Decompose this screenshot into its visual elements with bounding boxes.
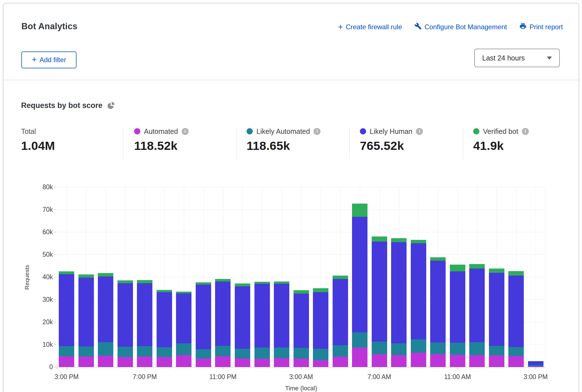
bar-8-00-pm[interactable] (157, 290, 172, 367)
bar-3-00-pm[interactable] (59, 271, 74, 367)
segment-likely-human (411, 243, 426, 339)
bar-12-00-am[interactable] (235, 283, 250, 367)
bar-9-00-pm[interactable] (176, 292, 191, 367)
time-range-select[interactable]: Last 24 hours (474, 49, 560, 67)
bar-10-00-pm[interactable] (196, 282, 211, 367)
segment-likely-automated (59, 346, 74, 357)
stat-label: Likely Automated (256, 127, 310, 136)
segment-automated (235, 359, 250, 367)
bar-1-00-am[interactable] (254, 282, 270, 367)
bar-4-00-am[interactable] (313, 288, 328, 367)
x-axis-tick (145, 367, 145, 370)
segment-automated (508, 356, 524, 367)
bar-6-00-pm[interactable] (118, 280, 133, 367)
segment-likely-automated (333, 345, 348, 357)
segment-likely-human (450, 271, 465, 343)
bar-2-00-am[interactable] (274, 281, 289, 367)
bar-8-00-am[interactable] (391, 238, 407, 367)
segment-likely-human (430, 261, 446, 343)
segment-likely-human (59, 274, 74, 346)
info-icon[interactable]: i (313, 128, 321, 135)
segment-automated (450, 355, 465, 367)
segment-likely-automated (137, 346, 152, 357)
bar-7-00-am[interactable] (372, 236, 387, 367)
page-title: Bot Analytics (21, 21, 78, 31)
bar-7-00-pm[interactable] (137, 280, 152, 367)
plus-icon: + (338, 24, 343, 30)
y-axis-tick (54, 322, 56, 322)
y-axis-title: Requests (24, 265, 30, 290)
y-axis-tick (54, 187, 56, 187)
bar-3-00-pm[interactable] (528, 361, 543, 367)
segment-automated (430, 354, 446, 367)
print-report-label: Print report (529, 23, 563, 31)
bar-5-00-pm[interactable] (98, 273, 113, 367)
bar-1-00-pm[interactable] (489, 269, 504, 367)
bar-12-00-pm[interactable] (469, 264, 485, 367)
segment-verified-bot (313, 288, 328, 292)
x-axis-tick-label: 11:00 PM (200, 373, 245, 381)
configure-bot-management-link[interactable]: Configure Bot Management (414, 22, 507, 31)
segment-likely-automated (450, 343, 465, 355)
stat-label: Total (21, 127, 36, 136)
segment-likely-human (469, 269, 485, 342)
segment-likely-automated (157, 347, 172, 357)
segment-verified-bot (137, 280, 152, 283)
y-axis-tick-label: 30k (30, 296, 53, 303)
segment-automated (489, 355, 504, 367)
segment-verified-bot (196, 282, 211, 285)
stat-automated: Automatedi118.52k (134, 127, 189, 153)
stat-likely-automated: Likely Automatedi118.65k (247, 127, 321, 153)
wrench-icon (414, 22, 422, 31)
bar-4-00-pm[interactable] (78, 274, 94, 367)
segment-verified-bot (274, 281, 289, 284)
x-axis-title: Time (local) (285, 385, 317, 392)
info-icon[interactable]: i (416, 128, 423, 135)
bar-6-00-am[interactable] (352, 204, 367, 367)
y-axis-tick (54, 277, 56, 277)
info-icon[interactable]: i (182, 128, 189, 135)
bar-3-00-am[interactable] (294, 290, 309, 367)
segment-likely-human (157, 292, 172, 347)
bar-11-00-pm[interactable] (215, 279, 231, 367)
segment-automated (372, 354, 387, 367)
add-filter-button[interactable]: + Add filter (21, 51, 76, 68)
x-axis-tick (379, 367, 380, 370)
segment-verified-bot (469, 264, 485, 269)
x-axis-tick-label: 7:00 PM (122, 373, 167, 381)
segment-likely-human (78, 278, 94, 346)
stat-label-row: Automatedi (134, 127, 189, 136)
segment-likely-human (352, 217, 367, 332)
x-axis-tick-label: 3:00 AM (279, 373, 324, 381)
info-icon[interactable]: i (522, 128, 529, 135)
bar-10-00-am[interactable] (430, 257, 446, 367)
stat-value: 1.04M (21, 139, 55, 153)
time-range-value: Last 24 hours (482, 54, 525, 62)
segment-automated (254, 359, 270, 367)
segment-likely-automated (274, 348, 289, 358)
x-axis-tick (457, 367, 458, 370)
bar-11-00-am[interactable] (450, 265, 465, 367)
segment-likely-automated (176, 343, 191, 355)
segment-verified-bot (254, 282, 270, 284)
y-axis-tick-label: 40k (30, 273, 53, 281)
segment-automated (333, 357, 348, 367)
y-axis-tick-label: 80k (30, 183, 53, 191)
bar-9-00-am[interactable] (411, 240, 426, 367)
y-axis-tick (54, 254, 56, 255)
x-axis-tick (67, 367, 67, 370)
segment-likely-automated (372, 342, 387, 355)
segment-likely-human (508, 276, 524, 347)
segment-automated (528, 366, 543, 367)
bar-5-00-am[interactable] (333, 276, 348, 367)
bar-2-00-pm[interactable] (508, 271, 524, 367)
segment-likely-automated (313, 349, 328, 360)
create-firewall-rule-link[interactable]: + Create firewall rule (338, 23, 402, 31)
segment-likely-human (391, 242, 407, 343)
stat-divider (236, 128, 236, 159)
segment-likely-automated (411, 339, 426, 352)
segment-likely-human (294, 294, 309, 348)
segment-likely-human (98, 276, 113, 342)
print-report-link[interactable]: Print report (519, 22, 563, 31)
segment-automated (98, 356, 113, 367)
